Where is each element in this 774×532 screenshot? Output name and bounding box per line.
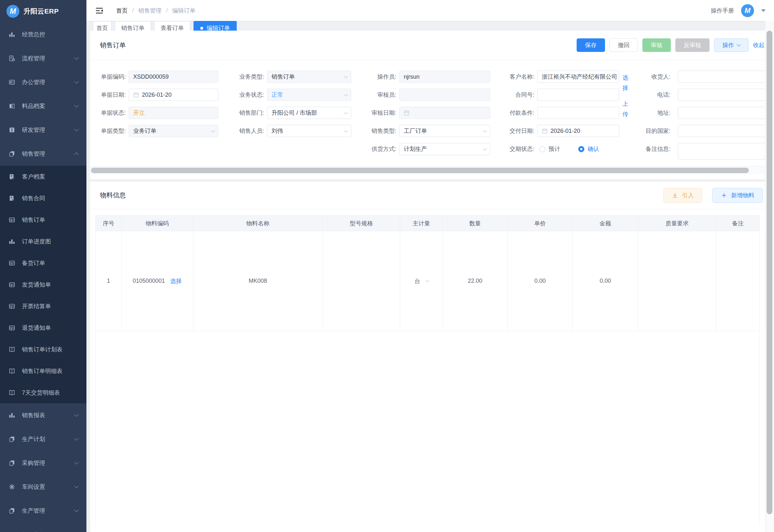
sidebar-item-7day-delivery-report[interactable]: 7天交货明细表	[0, 382, 86, 403]
remark-textarea[interactable]	[678, 143, 769, 160]
cell-remark[interactable]	[716, 231, 760, 331]
payment-terms-input[interactable]	[537, 107, 619, 119]
horizontal-scrollbar-track[interactable]	[90, 166, 770, 174]
cell-qty[interactable]: 22.00	[443, 231, 508, 331]
doc-date-input[interactable]: 2026-01-20	[129, 89, 218, 101]
materials-table: 序号 物料编码 物料名称 型号规格 主计量 数量 单价 金额 质量要求 备注	[95, 215, 760, 331]
sidebar-item-label: 订单进度图	[22, 238, 51, 245]
sidebar-item-office-mgmt[interactable]: 办公管理	[0, 70, 86, 94]
add-material-button[interactable]: 新增物料	[712, 188, 763, 203]
dest-country-input[interactable]	[678, 125, 769, 137]
address-input[interactable]	[678, 107, 769, 119]
table-grid-icon	[8, 303, 15, 310]
collapse-menu-icon[interactable]	[95, 6, 104, 15]
tab-sales-order[interactable]: 销售订单	[115, 21, 151, 31]
sidebar-item-sales-report[interactable]: 销售报表	[0, 403, 86, 427]
customer-name-input[interactable]: 浙江裕兴不动产经纪有限公司	[537, 71, 619, 83]
top-right-tools: 操作手册 M	[711, 4, 766, 17]
sidebar-item-material-archive[interactable]: 料品档案	[0, 94, 86, 118]
import-button[interactable]: 引入	[663, 188, 702, 203]
sidebar-item-customer-archive[interactable]: 客户档案	[0, 166, 86, 187]
consignee-input[interactable]	[678, 71, 769, 83]
manual-link[interactable]: 操作手册	[711, 7, 734, 15]
add-material-label: 新增物料	[731, 192, 754, 199]
sidebar-item-label: 办公管理	[22, 78, 45, 86]
tab-view-order[interactable]: 查看订单	[154, 21, 190, 31]
breadcrumb-home[interactable]: 首页	[116, 7, 128, 15]
tab-label: 首页	[96, 24, 108, 31]
supply-mode-select[interactable]: 计划生产	[399, 143, 490, 155]
sidebar-item-processing-workshop[interactable]: 加工车间	[0, 523, 86, 532]
col-header-price: 单价	[508, 216, 573, 231]
col-header-code: 物料编码	[122, 216, 193, 231]
sidebar-item-shipping-notice[interactable]: 发货通知单	[0, 274, 86, 295]
cell-code: 0105000001 选择	[122, 231, 193, 331]
delivery-date-input[interactable]: 2026-01-20	[537, 125, 619, 137]
tab-edit-order[interactable]: 编辑订单	[193, 21, 237, 31]
radio-circle-icon	[539, 146, 545, 152]
unaudit-button[interactable]: 反审核	[675, 38, 709, 52]
contract-no-input[interactable]	[537, 89, 619, 101]
sales-person-select[interactable]: 刘伟	[267, 125, 351, 137]
sidebar-item-order-detail-report[interactable]: 销售订单明细表	[0, 360, 86, 382]
cell-name[interactable]: MK008	[193, 231, 323, 331]
field-label: 单据类型:	[95, 125, 129, 137]
cell-unit[interactable]: 台	[400, 231, 443, 331]
user-menu-caret-icon[interactable]	[761, 9, 766, 12]
actions-dropdown-button[interactable]: 操作	[714, 38, 749, 52]
sidebar-item-stock-order[interactable]: 备货订单	[0, 252, 86, 274]
radio-confirmed[interactable]: 确认	[578, 145, 599, 153]
vertical-scrollbar-thumb[interactable]	[767, 31, 772, 514]
chevron-down-icon	[344, 110, 348, 114]
cell-seq: 1	[96, 231, 122, 331]
save-button[interactable]: 保存	[577, 38, 605, 52]
sidebar-item-workshop-settings[interactable]: 车间设置	[0, 475, 86, 499]
col-header-amount: 金额	[573, 216, 638, 231]
breadcrumb-edit-order: 编辑订单	[172, 7, 195, 15]
biz-type-select[interactable]: 销售订单	[267, 71, 351, 83]
radio-estimated[interactable]: 预计	[539, 145, 560, 153]
upload-link[interactable]: 上传	[622, 99, 630, 120]
collapse-form-link[interactable]: 收起	[753, 41, 765, 49]
sales-dept-value: 升阳公司 / 市场部	[272, 109, 317, 117]
sidebar-item-return-notice[interactable]: 退货通知单	[0, 317, 86, 339]
sidebar-item-sales-order[interactable]: 销售订单	[0, 209, 86, 231]
tab-home[interactable]: 首页	[93, 21, 112, 31]
flow-doc-icon	[8, 55, 15, 62]
select-material-link[interactable]: 选择	[170, 277, 182, 285]
sidebar-item-sales-mgmt[interactable]: 销售管理	[0, 142, 86, 166]
sales-dept-select[interactable]: 升阳公司 / 市场部	[267, 107, 351, 119]
cell-quality[interactable]	[638, 231, 716, 331]
doc-type-select[interactable]: 业务订单	[129, 125, 218, 137]
cell-price[interactable]: 0.00	[508, 231, 573, 331]
material-code[interactable]: 0105000001	[133, 278, 165, 284]
field-label: 合同号:	[503, 89, 537, 101]
withdraw-button[interactable]: 撤回	[610, 38, 638, 52]
biz-status-select[interactable]: 正常	[267, 89, 351, 101]
sidebar-item-purchase-mgmt[interactable]: 采购管理	[0, 451, 86, 475]
user-avatar[interactable]: M	[741, 4, 754, 17]
sidebar-item-production-mgmt[interactable]: 生产管理	[0, 499, 86, 523]
breadcrumb-sales-mgmt[interactable]: 销售管理	[138, 7, 162, 15]
order-form: 单据编码: XSDD000059 单据日期: 2026-01-20 单据状态: …	[90, 60, 770, 165]
form-column-5: 收货人: 电话: 地址: 目的国家: 备注信息:	[639, 71, 769, 165]
book-icon	[8, 389, 15, 396]
sidebar-item-sales-contract[interactable]: 销售合同	[0, 187, 86, 209]
phone-input[interactable]	[678, 89, 769, 101]
sidebar-item-invoice-settlement[interactable]: 开票结算单	[0, 295, 86, 317]
sidebar-item-business-overview[interactable]: 经营总控	[0, 23, 86, 46]
materials-icon	[8, 103, 15, 110]
select-customer-link[interactable]: 选择	[622, 73, 630, 94]
sales-type-select[interactable]: 工厂订单	[399, 125, 490, 137]
sidebar-item-rd-mgmt[interactable]: 研发管理	[0, 118, 86, 142]
sidebar-item-label: 研发管理	[22, 126, 45, 134]
sidebar-item-process-mgmt[interactable]: 流程管理	[0, 46, 86, 70]
audit-button[interactable]: 审核	[642, 38, 671, 52]
cell-spec[interactable]	[323, 231, 400, 331]
sidebar-item-production-plan[interactable]: 生产计划	[0, 427, 86, 451]
doc-date-value: 2026-01-20	[142, 92, 172, 98]
sidebar-item-order-progress[interactable]: 订单进度图	[0, 231, 86, 252]
sidebar-item-order-plan-report[interactable]: 销售订单计划表	[0, 339, 86, 360]
horizontal-scrollbar-thumb[interactable]	[91, 168, 749, 173]
vertical-scrollbar-track[interactable]	[765, 21, 774, 532]
